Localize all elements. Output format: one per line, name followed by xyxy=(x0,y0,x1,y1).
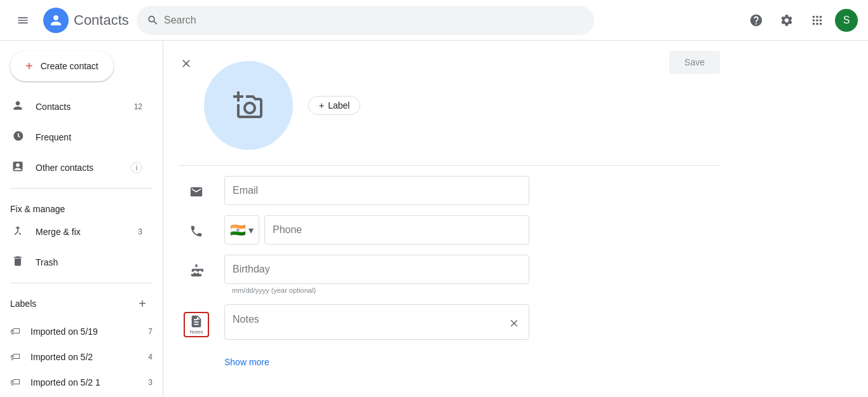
plus-icon: + xyxy=(25,59,33,74)
show-more-button[interactable]: Show more xyxy=(179,352,269,372)
search-bar[interactable] xyxy=(137,6,594,35)
birthday-input[interactable] xyxy=(224,255,529,284)
label-imported-519[interactable]: 🏷 Imported on 5/19 7 xyxy=(0,319,163,344)
birthday-icon xyxy=(189,264,203,278)
email-input[interactable] xyxy=(224,176,529,205)
person-icon xyxy=(10,99,25,115)
create-contact-button[interactable]: + Create contact xyxy=(10,51,114,81)
save-button[interactable]: Save xyxy=(669,51,720,74)
plus-icon: + xyxy=(319,100,324,111)
contacts-label: Contacts xyxy=(36,102,124,112)
close-button[interactable] xyxy=(173,51,199,76)
birthday-hint: mm/dd/yyyy (year optional) xyxy=(224,286,720,294)
label-name-2: Imported on 5/2 1 xyxy=(31,377,138,387)
settings-button[interactable] xyxy=(774,8,799,33)
show-more-area: Show more xyxy=(179,352,720,372)
other-contacts-icon xyxy=(10,160,25,176)
phone-icon xyxy=(189,224,203,238)
sidebar-item-frequent[interactable]: Frequent xyxy=(0,122,153,152)
label-name-1: Imported on 5/2 xyxy=(31,352,138,362)
apps-button[interactable] xyxy=(804,8,830,33)
logo-area: Contacts xyxy=(43,8,129,33)
add-photo-icon xyxy=(233,90,264,121)
label-icon-0: 🏷 xyxy=(10,326,20,337)
label-imported-521[interactable]: 🏷 Imported on 5/2 1 3 xyxy=(0,370,163,395)
phone-field-row: 🇮🇳 ▾ xyxy=(179,215,720,245)
fix-manage-title: Fix & manage xyxy=(0,194,163,217)
email-icon-col xyxy=(179,176,214,199)
notes-textarea[interactable] xyxy=(224,304,529,340)
notes-icon-wrapper: Notes xyxy=(179,304,214,337)
merge-fix-label: Merge & fix xyxy=(36,227,128,237)
label-count-1: 4 xyxy=(148,353,153,361)
sidebar-item-merge-fix[interactable]: Merge & fix 3 xyxy=(0,217,153,247)
phone-row: 🇮🇳 ▾ xyxy=(224,215,529,245)
trash-label: Trash xyxy=(36,257,142,267)
user-avatar[interactable]: S xyxy=(835,9,858,32)
phone-input-col: 🇮🇳 ▾ xyxy=(224,215,720,245)
contacts-count: 12 xyxy=(134,102,142,111)
menu-icon[interactable] xyxy=(10,8,36,33)
form-container: Save + Label xyxy=(163,41,735,397)
create-contact-label: Create contact xyxy=(41,61,98,71)
layout: + Create contact Contacts 12 Frequent xyxy=(0,41,868,397)
sidebar-item-trash[interactable]: Trash xyxy=(0,247,153,278)
birthday-field-row: mm/dd/yyyy (year optional) xyxy=(179,255,720,294)
trash-icon xyxy=(10,255,25,271)
email-field-row xyxy=(179,176,720,205)
app-name: Contacts xyxy=(74,12,129,29)
email-icon xyxy=(189,185,203,199)
profile-section: + Label xyxy=(179,51,720,150)
sidebar-item-other-contacts[interactable]: Other contacts i xyxy=(0,152,153,183)
merge-fix-count: 3 xyxy=(138,227,142,236)
label-button[interactable]: + Label xyxy=(308,96,360,115)
history-icon xyxy=(10,130,25,145)
label-icon-2: 🏷 xyxy=(10,377,20,388)
label-count-2: 3 xyxy=(148,378,153,387)
flag-emoji: 🇮🇳 xyxy=(230,222,246,238)
labels-title: Labels xyxy=(10,299,132,309)
birthday-input-col: mm/dd/yyyy (year optional) xyxy=(224,255,720,294)
notes-field-row: Notes xyxy=(179,304,720,342)
add-label-button[interactable]: + xyxy=(132,293,153,314)
flag-dropdown-arrow: ▾ xyxy=(248,224,254,236)
sidebar-item-contacts[interactable]: Contacts 12 xyxy=(0,91,153,122)
help-button[interactable] xyxy=(743,8,769,33)
notes-icon-box[interactable]: Notes xyxy=(184,312,209,337)
phone-icon-col xyxy=(179,215,214,238)
phone-flag-select[interactable]: 🇮🇳 ▾ xyxy=(224,215,259,245)
search-icon xyxy=(147,14,159,27)
other-contacts-info-icon[interactable]: i xyxy=(131,162,142,173)
notes-icon-label: Notes xyxy=(190,329,203,335)
topbar: Contacts S xyxy=(0,0,868,41)
label-button-text: Label xyxy=(328,100,349,111)
other-contacts-label: Other contacts xyxy=(36,163,116,173)
main-content: Save + Label xyxy=(163,41,868,397)
label-imported-52[interactable]: 🏷 Imported on 5/2 4 xyxy=(0,344,163,370)
email-input-col xyxy=(224,176,720,205)
label-count-0: 7 xyxy=(148,327,153,336)
notes-clear-button[interactable] xyxy=(504,313,524,333)
avatar-photo-picker[interactable] xyxy=(204,61,293,150)
phone-input[interactable] xyxy=(264,215,529,245)
topbar-actions: S xyxy=(743,8,858,33)
frequent-label: Frequent xyxy=(36,132,142,142)
merge-icon xyxy=(10,224,25,240)
notes-doc-icon xyxy=(189,314,203,328)
notes-field-wrapper xyxy=(224,304,529,342)
contacts-logo-icon xyxy=(43,8,69,33)
label-name-0: Imported on 5/19 xyxy=(31,326,138,337)
labels-header: Labels + xyxy=(0,288,163,319)
label-icon-1: 🏷 xyxy=(10,351,20,363)
sidebar: + Create contact Contacts 12 Frequent xyxy=(0,41,163,397)
clear-icon xyxy=(508,318,520,329)
birthday-icon-col xyxy=(179,255,214,278)
search-input[interactable] xyxy=(164,15,584,26)
